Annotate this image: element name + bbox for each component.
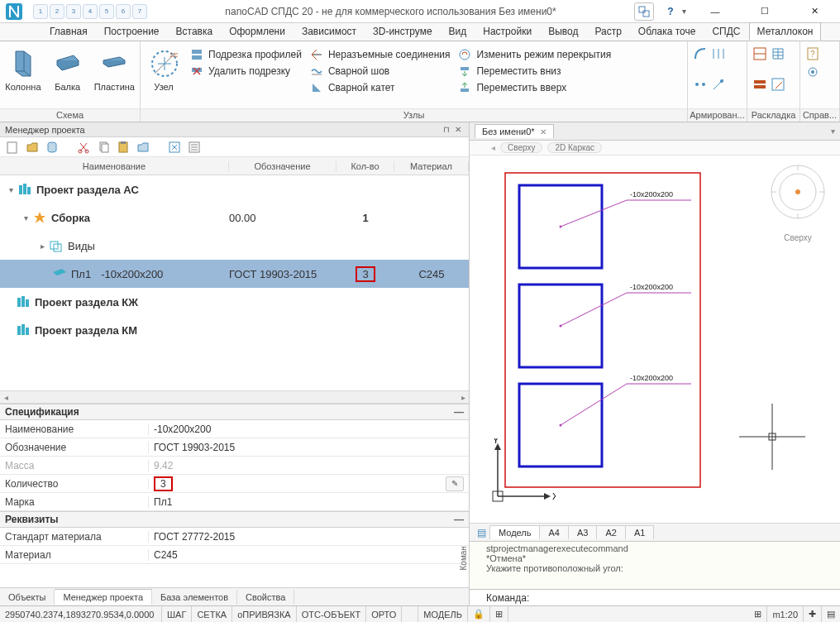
status-iso-icon[interactable]: ⊞ [490, 606, 508, 622]
status-more-icon[interactable]: ▤ [822, 606, 840, 622]
pm-folder-icon[interactable] [136, 140, 150, 155]
th-material[interactable]: Материал [394, 161, 469, 171]
command-log[interactable]: Коман stprojectmanagerexecutecommand *От… [470, 541, 840, 589]
mtab-model[interactable]: Модель [489, 525, 540, 539]
doc-close-icon[interactable]: ✕ [540, 127, 546, 136]
rebar-cut-icon[interactable] [693, 77, 708, 92]
status-lock-icon[interactable]: 🔒 [468, 606, 490, 622]
weld-leg-button[interactable]: Сварной катет [310, 81, 451, 94]
spec-row-name[interactable]: Наименование-10x200x200 [0, 420, 469, 438]
minimize-button[interactable]: — [696, 3, 734, 20]
qat-5[interactable]: 5 [99, 4, 114, 19]
pm-paste-icon[interactable] [116, 140, 131, 155]
pm-refresh-icon[interactable] [167, 140, 182, 155]
mtab-a4[interactable]: A4 [539, 525, 568, 539]
tab-annotate[interactable]: Оформлени [221, 22, 294, 41]
tree-row-project-as[interactable]: ▾ Проект раздела АС [0, 175, 469, 203]
tab-home[interactable]: Главная [41, 22, 96, 41]
overlap-mode-button[interactable]: Изменить режим перекрытия [458, 48, 611, 61]
node-button[interactable]: 123 Узел [146, 45, 182, 92]
qty-highlight[interactable]: 3 [154, 476, 173, 491]
status-model[interactable]: МОДЕЛЬ [418, 606, 468, 622]
status-ortho[interactable]: ОРТО [366, 606, 402, 622]
edit-icon[interactable]: ✎ [446, 476, 464, 491]
th-qty[interactable]: Кол-во [336, 161, 394, 171]
btab-db[interactable]: База элементов [152, 590, 237, 605]
spec-header[interactable]: Спецификация— [0, 404, 469, 420]
qat-3[interactable]: 3 [66, 4, 81, 19]
search-icon[interactable] [634, 2, 654, 21]
weld-seam-button[interactable]: Сварной шов [310, 65, 451, 78]
btab-pm[interactable]: Менеджер проекта [55, 589, 152, 605]
spec-row-code[interactable]: ОбозначениеГОСТ 19903-2015 [0, 438, 469, 457]
tab-constraints[interactable]: Зависимост [294, 22, 365, 41]
delete-trim-button[interactable]: Удалить подрезку [190, 65, 302, 78]
th-name[interactable]: Наименование [0, 161, 229, 171]
tab-output[interactable]: Вывод [540, 22, 586, 41]
vtab-2d[interactable]: 2D Каркас [547, 142, 602, 153]
tree-row-pl1[interactable]: Пл1 -10x200x200 ГОСТ 19903-2015 3 С245 [0, 260, 469, 288]
tree-row-project-kzh[interactable]: Проект раздела КЖ [0, 288, 469, 316]
status-scale[interactable]: m1:20 [767, 606, 804, 622]
command-line[interactable]: Команда: [470, 589, 840, 605]
spec-row-qty[interactable]: Количество3✎ [0, 475, 469, 493]
status-snap[interactable]: ШАГ [162, 606, 192, 622]
tree-row-assembly[interactable]: ▾ Сборка 00.00 1 [0, 203, 469, 232]
pm-close-icon[interactable]: ✕ [452, 125, 464, 134]
tree-row-project-km[interactable]: Проект раздела КМ [0, 316, 469, 344]
pm-db-icon[interactable] [45, 140, 60, 155]
pm-cut-icon[interactable] [76, 140, 91, 155]
tab-spds[interactable]: СПДС [704, 22, 748, 41]
pm-open-icon[interactable] [25, 140, 40, 155]
th-code[interactable]: Обозначение [229, 161, 336, 171]
pm-copy-icon[interactable] [96, 140, 111, 155]
layout-2-icon[interactable] [771, 46, 785, 61]
close-button[interactable]: ✕ [795, 3, 833, 20]
help-doc-icon[interactable]: ? [805, 46, 820, 61]
layout-menu-icon[interactable]: ▤ [473, 527, 489, 538]
view-cube[interactable]: Сверху [764, 160, 832, 243]
tab-3d[interactable]: 3D-инструме [365, 22, 441, 41]
tree-row-views[interactable]: ▸ Виды [0, 232, 469, 260]
tab-pointclouds[interactable]: Облака точе [630, 22, 704, 41]
btab-objects[interactable]: Объекты [0, 590, 55, 605]
status-plus-icon[interactable]: ✚ [804, 606, 822, 622]
tab-construct[interactable]: Построение [96, 22, 168, 41]
column-button[interactable]: Колонна [5, 45, 41, 92]
pm-new-icon[interactable] [5, 140, 20, 155]
plate-button[interactable]: Пластина [94, 45, 135, 92]
btab-props[interactable]: Свойства [237, 590, 294, 605]
rebar-icon[interactable] [693, 46, 708, 61]
qat-7[interactable]: 7 [132, 4, 147, 19]
req-row-std[interactable]: Стандарт материалаГОСТ 27772-2015 [0, 528, 469, 546]
spec-row-mark[interactable]: МаркаПл1 [0, 493, 469, 511]
qat-2[interactable]: 2 [50, 4, 64, 19]
fixed-joints-button[interactable]: Неразъемные соединения [310, 48, 451, 61]
mtab-a1[interactable]: A1 [625, 525, 654, 539]
status-grid[interactable]: СЕТКА [192, 606, 232, 622]
drawing-canvas[interactable]: Сверху -10x200x200 -10x200x200 -10x200x2… [470, 156, 840, 523]
pm-hscrollbar[interactable]: ◂▸ [0, 390, 469, 404]
qat-1[interactable]: 1 [33, 4, 48, 19]
layout-1-icon[interactable] [752, 46, 767, 61]
maximize-button[interactable]: ☐ [746, 3, 784, 20]
qat-6[interactable]: 6 [116, 4, 131, 19]
rebar-leader-icon[interactable] [711, 77, 726, 92]
layout-3-icon[interactable] [752, 77, 767, 92]
status-coords[interactable]: 2950740.2374,1893270.9534,0.0000 [0, 606, 162, 622]
rebar-mesh-icon[interactable] [711, 46, 726, 61]
tab-settings[interactable]: Настройки [475, 22, 540, 41]
vtab-top[interactable]: Сверху [500, 142, 542, 153]
status-grid-icon[interactable]: ⊞ [749, 606, 767, 622]
collapse-icon[interactable]: — [454, 406, 464, 418]
mtab-a3[interactable]: A3 [568, 525, 597, 539]
doc-dropdown-icon[interactable]: ▾ [831, 127, 840, 136]
doc-tab[interactable]: Без имени0*✕ [475, 124, 554, 138]
pm-list-icon[interactable] [187, 140, 202, 155]
move-up-button[interactable]: Переместить вверх [458, 81, 611, 94]
tab-metal[interactable]: Металлокон [749, 22, 822, 41]
tab-view[interactable]: Вид [441, 22, 475, 41]
nav-prev-icon[interactable]: ◂ [491, 143, 495, 152]
qat-4[interactable]: 4 [83, 4, 98, 19]
profile-trim-button[interactable]: Подрезка профилей [190, 48, 302, 61]
